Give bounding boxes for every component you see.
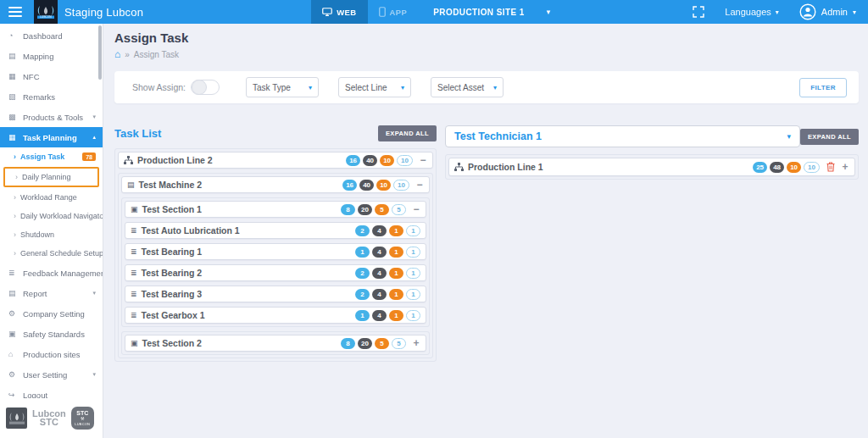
footer-brand-text: Lubcon STC — [32, 409, 66, 426]
chevron-down-icon: ▾ — [92, 290, 96, 297]
tree-row-production-line-2[interactable]: Production Line 2 16 40 10 10 − — [118, 152, 433, 169]
home-icon[interactable]: ⌂ — [114, 48, 120, 60]
sidebar-item-label: Safety Standards — [23, 330, 85, 339]
tree-group-test-machine-2: ▤ Test Machine 2 16 40 10 10 − — [118, 173, 433, 358]
collapse-icon[interactable]: − — [412, 204, 420, 214]
section-icon: ▣ — [131, 206, 138, 213]
nfc-icon: ▦ — [8, 72, 18, 80]
select-asset-value: Select Asset — [437, 83, 484, 92]
sidebar-subitem-assign-task[interactable]: › Assign Task 78 — [0, 147, 103, 166]
tree-row-test-machine-2[interactable]: ▤ Test Machine 2 16 40 10 10 − — [121, 176, 430, 193]
logo-text: LUBCON — [40, 15, 52, 19]
submenu-arrow-icon: › — [15, 173, 18, 181]
chevron-down-icon: ▾ — [787, 132, 791, 141]
sidebar-item-label: Mapping — [23, 52, 53, 61]
select-asset-select[interactable]: Select Asset ▾ — [431, 77, 504, 97]
sidebar-subitem-shutdown[interactable]: › Shutdown — [0, 225, 103, 244]
badge-dark: 48 — [770, 162, 784, 173]
tree-row-test-section-2[interactable]: ▣ Test Section 2 8 20 5 5 + — [125, 335, 426, 352]
collapse-icon[interactable]: − — [415, 180, 424, 190]
badge-blue: 8 — [341, 338, 355, 349]
sidebar-item-remarks[interactable]: ▧ Remarks — [0, 86, 103, 107]
sidebar-item-company-setting[interactable]: ⚙ Company Setting — [0, 303, 103, 324]
avatar — [799, 3, 816, 20]
sidebar-item-nfc[interactable]: ▦ NFC — [0, 66, 103, 86]
asset-icon: ≣ — [131, 227, 137, 235]
tab-web-label: WEB — [337, 8, 356, 17]
sidebar-item-user-setting[interactable]: ⚙ User Setting ▾ — [0, 364, 103, 385]
sidebar-subitem-label: General Schedule Setup — [20, 249, 103, 258]
show-assign-toggle[interactable] — [191, 80, 220, 95]
tree-row-test-bearing-3[interactable]: ≣ Test Bearing 3 2 4 1 1 — [125, 286, 426, 302]
main-content: Assign Task ⌂ » Assign Task Show Assign:… — [104, 24, 868, 438]
filter-button[interactable]: FILTER — [799, 78, 847, 97]
production-sites-icon: ⌂ — [8, 350, 18, 358]
tree-row-label: Test Bearing 2 — [142, 268, 203, 278]
fullscreen-icon[interactable] — [693, 6, 704, 18]
page-title: Assign Task — [114, 30, 859, 45]
task-type-select[interactable]: Task Type ▾ — [246, 77, 319, 97]
sidebar-item-production-sites[interactable]: ⌂ Production sites — [0, 344, 103, 364]
tree-row-label: Test Bearing 3 — [142, 289, 203, 299]
sidebar-subitem-daily-workload-navigator[interactable]: › Daily Workload Navigator — [0, 207, 103, 225]
sidebar-item-label: Company Setting — [23, 309, 85, 319]
wrench-icon: ⚒ — [81, 417, 84, 421]
expand-icon[interactable]: + — [841, 162, 849, 172]
expand-icon[interactable]: + — [412, 338, 420, 348]
tree-row-label: Test Section 1 — [142, 204, 202, 214]
technician-select[interactable]: Test Technician 1 ▾ — [445, 125, 800, 147]
badge-outline: 1 — [406, 289, 420, 300]
badge-group: 8 20 5 5 — [341, 204, 406, 215]
tab-app-label: APP — [390, 8, 408, 17]
sidebar-subitem-daily-planning[interactable]: › Daily Planning — [5, 169, 97, 186]
collapse-icon[interactable]: − — [419, 155, 427, 165]
sidebar-subitem-label: Daily Planning — [22, 173, 71, 181]
badge-dark: 4 — [372, 310, 387, 321]
badge-group: 1 4 1 1 — [355, 247, 420, 258]
tree-row-test-gearbox-1[interactable]: ≣ Test Gearbox 1 1 4 1 1 — [125, 307, 426, 324]
sidebar-item-mapping[interactable]: ▤ Mapping — [0, 46, 103, 66]
delete-icon[interactable] — [826, 162, 835, 172]
tree-row-test-bearing-1[interactable]: ≣ Test Bearing 1 1 4 1 1 — [125, 243, 426, 260]
submenu-arrow-icon: › — [14, 193, 16, 202]
tree-row-production-line-1[interactable]: Production Line 1 25 48 10 10 — [448, 158, 855, 176]
tree-row-test-bearing-2[interactable]: ≣ Test Bearing 2 2 4 1 1 — [125, 264, 426, 281]
tree-row-test-auto-lubrication-1[interactable]: ≣ Test Auto Lubrication 1 2 4 1 1 — [125, 222, 426, 239]
sidebar-subitem-general-schedule-setup[interactable]: › General Schedule Setup — [0, 244, 103, 263]
sidebar-item-feedback-management[interactable]: ≣ Feedback Management ▾ — [0, 263, 103, 283]
select-line-select[interactable]: Select Line ▾ — [338, 77, 411, 97]
badge-outline: 10 — [804, 162, 820, 173]
task-planning-icon: ▦ — [8, 133, 18, 141]
sidebar-item-label: Production sites — [23, 350, 81, 359]
phone-icon — [379, 7, 386, 17]
hamburger-icon[interactable] — [8, 4, 22, 19]
sidebar-subitem-label: Assign Task — [20, 152, 64, 161]
sidebar-item-products-tools[interactable]: ▩ Products & Tools ▾ — [0, 107, 103, 127]
badge-orange: 1 — [389, 225, 403, 236]
production-site-selector[interactable]: PRODUCTION SITE 1 ▾ — [433, 8, 550, 17]
sidebar-scrollbar[interactable] — [98, 25, 102, 80]
expand-all-button[interactable]: EXPAND ALL — [800, 129, 859, 145]
badge-outline: 1 — [406, 268, 420, 279]
sidebar-item-dashboard[interactable]: ◔ Dashboard — [0, 25, 103, 46]
tab-app[interactable]: APP — [368, 0, 419, 24]
sidebar-item-task-planning[interactable]: ▦ Task Planning ▴ — [0, 127, 103, 147]
sidebar-item-label: Dashboard — [23, 31, 62, 41]
tab-web[interactable]: WEB — [311, 0, 367, 24]
chevron-down-icon: ▾ — [92, 371, 96, 378]
filter-bar: Show Assign: Task Type ▾ Select Line ▾ S… — [114, 71, 859, 103]
task-list-heading: Task List — [114, 127, 161, 140]
sidebar-item-logout[interactable]: ↪ Logout — [0, 385, 103, 398]
sidebar: ◔ Dashboard ▤ Mapping ▦ NFC ▧ Remarks ▩ … — [0, 24, 103, 438]
breadcrumb-separator: » — [125, 50, 130, 59]
tree-row-test-section-1[interactable]: ▣ Test Section 1 8 20 5 5 − — [125, 201, 426, 218]
expand-all-button[interactable]: EXPAND ALL — [378, 125, 437, 141]
user-menu[interactable]: Admin ▾ — [799, 3, 856, 20]
badge-orange: 5 — [375, 204, 389, 215]
sidebar-item-safety-standards[interactable]: ▣ Safety Standards — [0, 324, 103, 344]
badge-blue: 1 — [355, 247, 370, 258]
sidebar-item-label: User Setting — [23, 370, 67, 380]
sidebar-item-report[interactable]: ▤ Report ▾ — [0, 283, 103, 303]
sidebar-subitem-workload-range[interactable]: › Workload Range — [0, 188, 103, 207]
languages-menu[interactable]: Languages ▾ — [725, 7, 778, 17]
